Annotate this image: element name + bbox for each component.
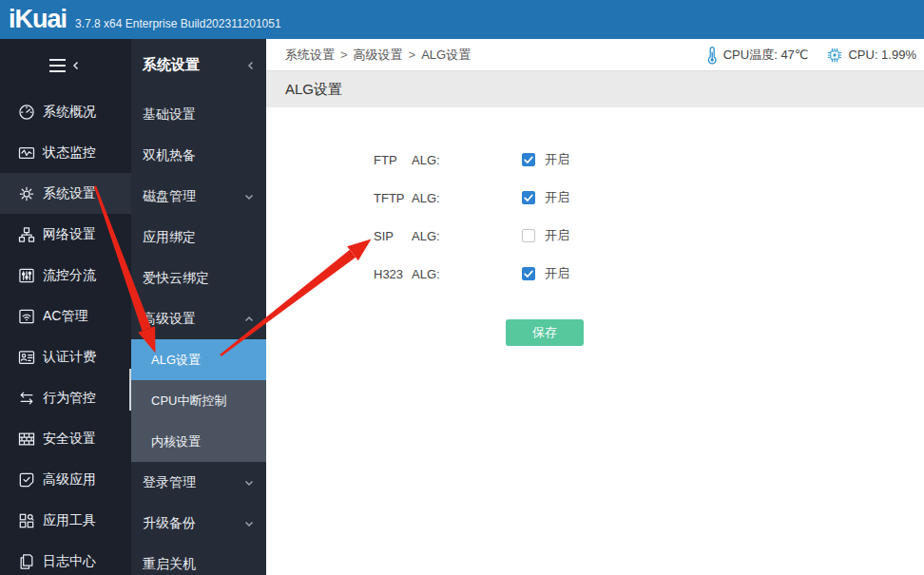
menu-item-kernel-settings[interactable]: 内核设置 — [131, 421, 266, 462]
sidebar-item-label: 日志中心 — [43, 553, 96, 570]
menu-item-label: 内核设置 — [151, 433, 201, 450]
menu-item-hot-standby[interactable]: 双机热备 — [131, 135, 266, 176]
chevron-down-icon — [243, 518, 255, 529]
alg-settings-form: FTP ALG: 开启 TFTP ALG: 开启 SIP ALG: — [266, 107, 924, 346]
sidebar-item-log-center[interactable]: 日志中心 — [0, 541, 131, 575]
cpu-status: CPU温度: 47℃ CPU: 1.99% — [704, 46, 916, 65]
breadcrumb-separator: > — [409, 48, 416, 62]
menu-item-label: CPU中断控制 — [151, 393, 226, 410]
firewall-icon — [17, 430, 36, 449]
cpu-usage-value: CPU: 1.99% — [848, 48, 916, 62]
gauge-icon — [17, 103, 36, 122]
protocol-label: H323 — [374, 267, 412, 281]
menu-item-label: 基础设置 — [143, 106, 196, 124]
menu-item-ikuai-cloud-binding[interactable]: 爱快云绑定 — [131, 258, 266, 298]
cpu-temp-value: CPU温度: 47℃ — [723, 47, 809, 64]
menu-item-label: 双机热备 — [143, 147, 196, 164]
menu-item-label: 升级备份 — [143, 515, 196, 532]
menu-item-label: 高级设置 — [143, 311, 196, 328]
h323-alg-checkbox[interactable] — [522, 267, 535, 280]
checkbox-label: 开启 — [545, 189, 569, 206]
form-row-sip: SIP ALG: 开启 — [266, 217, 924, 255]
menu-item-disk-management[interactable]: 磁盘管理 — [131, 176, 266, 217]
sidebar-item-label: 流控分流 — [43, 267, 96, 284]
tools-icon — [17, 511, 36, 530]
sidebar-item-flow-control[interactable]: 流控分流 — [0, 255, 131, 296]
sidebar-item-label: AC管理 — [43, 308, 87, 325]
menu-item-alg-settings[interactable]: ALG设置 — [131, 339, 266, 380]
sliders-icon — [17, 266, 36, 285]
menu-item-label: 爱快云绑定 — [143, 270, 209, 287]
sidebar-item-system-settings[interactable]: 系统设置 — [0, 173, 131, 214]
chevron-down-icon — [243, 477, 255, 489]
breadcrumb-item[interactable]: 系统设置 — [285, 48, 335, 62]
menu-item-label: 应用绑定 — [143, 229, 196, 246]
secondary-menu-header[interactable]: 系统设置 — [131, 39, 266, 91]
topbar: iKuai 3.7.8 x64 Enterprise Build20231120… — [0, 0, 924, 39]
sidebar-collapse-toggle[interactable] — [0, 39, 131, 91]
sidebar-item-label: 认证计费 — [43, 349, 96, 366]
sidebar-item-label: 系统设置 — [43, 185, 96, 202]
sidebar-item-system-overview[interactable]: 系统概况 — [0, 91, 131, 132]
form-row-ftp: FTP ALG: 开启 — [266, 141, 924, 179]
cpu-chip-icon — [825, 46, 844, 65]
documents-icon — [17, 552, 36, 571]
menu-item-app-binding[interactable]: 应用绑定 — [131, 217, 266, 258]
sidebar-item-advanced-apps[interactable]: 高级应用 — [0, 459, 131, 500]
topology-icon — [17, 225, 36, 244]
advanced-settings-submenu: ALG设置 CPU中断控制 内核设置 — [131, 339, 266, 462]
menu-item-label: 磁盘管理 — [143, 188, 196, 205]
form-row-h323: H323 ALG: 开启 — [266, 255, 924, 293]
menu-item-upgrade-backup[interactable]: 升级备份 — [131, 503, 266, 544]
waveform-icon — [17, 144, 36, 163]
sidebar-item-ac-management[interactable]: AC管理 — [0, 296, 131, 336]
menu-item-login-management[interactable]: 登录管理 — [131, 462, 266, 503]
sip-alg-checkbox[interactable] — [522, 229, 535, 242]
wifi-icon — [17, 307, 36, 326]
breadcrumb-separator: > — [340, 48, 348, 62]
id-card-icon — [17, 348, 36, 367]
protocol-label: SIP — [374, 229, 412, 243]
sidebar-item-label: 行为管控 — [43, 390, 96, 407]
breadcrumb: 系统设置>高级设置>ALG设置 — [285, 47, 471, 64]
sidebar-item-app-tools[interactable]: 应用工具 — [0, 500, 131, 541]
page-header: ALG设置 — [266, 71, 924, 107]
menu-item-reboot-shutdown[interactable]: 重启关机 — [131, 544, 266, 575]
sidebar-item-behavior-control[interactable]: 行为管控 — [0, 377, 131, 418]
status-bar: 系统设置>高级设置>ALG设置 CPU温度: 47℃ CPU: 1.99% — [266, 39, 924, 71]
thermometer-icon — [704, 46, 720, 65]
menu-item-cpu-interrupt-control[interactable]: CPU中断控制 — [131, 380, 266, 421]
page-title: ALG设置 — [285, 81, 342, 99]
transfer-icon — [17, 389, 36, 408]
alg-label: ALG: — [412, 191, 469, 205]
sidebar-item-label: 安全设置 — [43, 431, 96, 448]
tftp-alg-checkbox[interactable] — [522, 191, 535, 204]
sidebar-item-label: 应用工具 — [43, 512, 96, 529]
hamburger-icon — [49, 59, 66, 72]
breadcrumb-item[interactable]: 高级设置 — [354, 48, 403, 62]
chevron-left-icon — [245, 60, 257, 71]
alg-label: ALG: — [412, 267, 469, 281]
checkbox-label: 开启 — [545, 227, 569, 244]
menu-item-label: 登录管理 — [143, 474, 196, 491]
primary-sidebar: 系统概况 状态监控 系统设置 网络设置 流控分流 AC管理 认证计费 — [0, 39, 131, 575]
checklist-icon — [17, 470, 36, 489]
sidebar-item-network-settings[interactable]: 网络设置 — [0, 214, 131, 255]
menu-item-basic-settings[interactable]: 基础设置 — [131, 94, 266, 135]
menu-item-advanced-settings[interactable]: 高级设置 — [131, 298, 266, 339]
firmware-version: 3.7.8 x64 Enterprise Build202311201051 — [75, 17, 281, 30]
protocol-label: FTP — [374, 153, 412, 167]
alg-label: ALG: — [412, 229, 469, 243]
save-button[interactable]: 保存 — [506, 319, 584, 346]
ftp-alg-checkbox[interactable] — [522, 153, 535, 166]
alg-label: ALG: — [412, 153, 469, 167]
gear-icon — [17, 184, 36, 203]
breadcrumb-item[interactable]: ALG设置 — [421, 48, 471, 62]
chevron-down-icon — [243, 191, 255, 202]
ikuai-logo: iKuai — [9, 0, 67, 39]
sidebar-item-auth-billing[interactable]: 认证计费 — [0, 336, 131, 377]
sidebar-item-label: 高级应用 — [43, 471, 96, 489]
sidebar-item-status-monitor[interactable]: 状态监控 — [0, 132, 131, 173]
form-row-tftp: TFTP ALG: 开启 — [266, 179, 924, 217]
sidebar-item-security-settings[interactable]: 安全设置 — [0, 418, 131, 459]
